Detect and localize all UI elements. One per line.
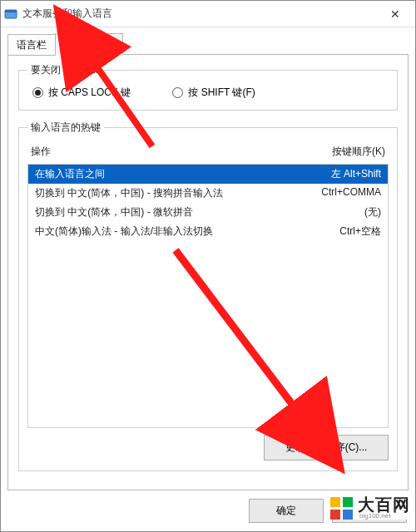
radio-capslock-key[interactable]: 按 CAPS LOCK 键: [32, 86, 131, 100]
logo-squares-icon: [330, 497, 353, 520]
radio-shift-key[interactable]: 按 SHIFT 键(F): [172, 86, 255, 100]
capslock-radios: 按 CAPS LOCK 键 按 SHIFT 键(F): [27, 86, 389, 100]
list-item[interactable]: 切换到 中文(简体，中国) - 微软拼音 (无): [28, 203, 388, 222]
button-label: 更改按键顺序(C)...: [285, 441, 368, 453]
list-item[interactable]: 切换到 中文(简体，中国) - 搜狗拼音输入法 Ctrl+COMMA: [28, 184, 388, 203]
header-action: 操作: [31, 145, 51, 159]
client-area: 语言栏 高级键设置 要关闭 Caps Lo 按 CAPS LOCK 键 按 SH…: [1, 27, 415, 531]
capslock-legend: 要关闭 Caps Lo: [27, 63, 104, 77]
list-item-keys: Ctrl+空格: [339, 224, 381, 239]
close-icon: ✕: [390, 7, 400, 21]
list-item[interactable]: 中文(简体)输入法 - 输入法/非输入法切换 Ctrl+空格: [28, 222, 388, 241]
hotkey-legend: 输入语言的热键: [27, 121, 104, 135]
radio-label: 按 SHIFT 键(F): [188, 86, 255, 100]
window-icon: [4, 7, 17, 21]
tab-label: 高级键设置: [64, 38, 114, 50]
hotkey-group-wrap: 输入语言的热键 操作 按键顺序(K) 在输入语言之间 左 Alt+Shift 切…: [18, 121, 398, 481]
ok-button[interactable]: 确定: [249, 499, 324, 523]
list-item[interactable]: 在输入语言之间 左 Alt+Shift: [28, 165, 388, 184]
list-item-keys: (无): [364, 205, 381, 219]
tab-panel: 要关闭 Caps Lo 按 CAPS LOCK 键 按 SHIFT 键(F) 输…: [7, 54, 409, 490]
close-button[interactable]: ✕: [379, 2, 412, 26]
tab-language-bar[interactable]: 语言栏: [7, 34, 56, 56]
tab-advanced-key-settings[interactable]: 高级键设置: [55, 33, 123, 55]
tab-strip: 语言栏 高级键设置: [7, 32, 409, 54]
svg-rect-1: [5, 10, 17, 12]
tab-label: 语言栏: [17, 39, 47, 51]
watermark-url: big100.net: [359, 513, 410, 520]
dialog-window: 文本服务和输入语言 ✕ 语言栏 高级键设置 要关闭 Caps Lo 按 CAPS…: [0, 0, 416, 532]
button-label: 确定: [276, 505, 296, 516]
list-item-action: 在输入语言之间: [35, 167, 105, 181]
watermark-logo: 大百网 big100.net: [327, 496, 410, 520]
hotkey-group: 输入语言的热键 操作 按键顺序(K) 在输入语言之间 左 Alt+Shift 切…: [18, 121, 398, 471]
list-item-action: 切换到 中文(简体，中国) - 搜狗拼音输入法: [35, 186, 223, 200]
list-item-keys: 左 Alt+Shift: [331, 167, 381, 181]
window-title: 文本服务和输入语言: [22, 7, 379, 21]
header-keys: 按键顺序(K): [332, 145, 385, 159]
watermark-name: 大百网: [358, 496, 410, 513]
list-item-action: 中文(简体)输入法 - 输入法/非输入法切换: [35, 224, 213, 239]
list-item-keys: Ctrl+COMMA: [321, 186, 381, 200]
radio-dot-icon: [32, 87, 43, 98]
hotkey-listbox[interactable]: 在输入语言之间 左 Alt+Shift 切换到 中文(简体，中国) - 搜狗拼音…: [27, 164, 389, 428]
hotkey-button-row: 更改按键顺序(C)...: [27, 435, 389, 461]
radio-dot-icon: [172, 87, 183, 98]
list-item-action: 切换到 中文(简体，中国) - 微软拼音: [35, 205, 193, 219]
hotkey-list-header: 操作 按键顺序(K): [27, 143, 389, 160]
capslock-group: 要关闭 Caps Lo 按 CAPS LOCK 键 按 SHIFT 键(F): [18, 63, 398, 111]
titlebar: 文本服务和输入语言 ✕: [1, 1, 415, 27]
radio-label: 按 CAPS LOCK 键: [48, 86, 131, 100]
change-key-sequence-button[interactable]: 更改按键顺序(C)...: [264, 435, 389, 461]
